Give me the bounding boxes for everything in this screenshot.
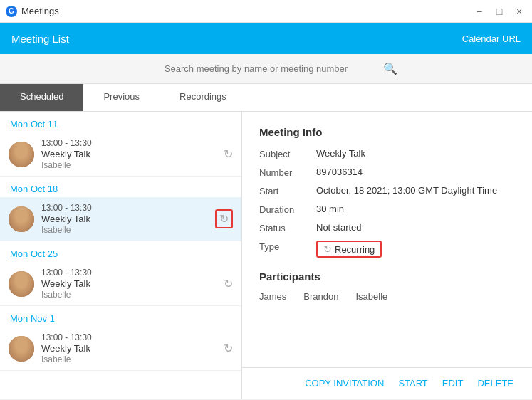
recurring-icon-highlighted: ↻ (215, 209, 233, 228)
action-bar: COPY INVITATION START EDIT DELETE (242, 367, 532, 399)
tab-recordings[interactable]: Recordings (160, 84, 246, 111)
title-bar-controls: − □ × (472, 4, 526, 19)
tab-previous[interactable]: Previous (83, 84, 160, 111)
recurring-icon: ↻ (224, 277, 233, 290)
avatar (9, 142, 34, 167)
meeting-list-title: Meeting List (11, 33, 69, 45)
label-status: Status (259, 222, 316, 233)
meeting-time: 13:00 - 13:30 (41, 268, 233, 278)
meeting-info: 13:00 - 13:30 Weekly Talk Isabelle (41, 138, 233, 170)
delete-button[interactable]: DELETE (476, 375, 515, 391)
meeting-host: Isabelle (41, 290, 233, 300)
meeting-item[interactable]: 13:00 - 13:30 Weekly Talk Isabelle ↻ (0, 327, 241, 371)
detail-row-start: Start October, 18 2021; 13:00 GMT Daylig… (259, 185, 515, 196)
label-start: Start (259, 185, 316, 196)
participants-title: Participants (259, 270, 515, 283)
edit-button[interactable]: EDIT (441, 375, 465, 391)
label-number: Number (259, 167, 316, 178)
date-header-oct11: Mon Oct 11 (0, 112, 241, 132)
value-duration: 30 min (316, 204, 515, 214)
meeting-item[interactable]: 13:00 - 13:30 Weekly Talk Isabelle ↻ (0, 132, 241, 177)
calendar-url-link[interactable]: Calendar URL (462, 33, 521, 44)
participants-section: Participants James Brandon Isabelle (259, 270, 515, 302)
meeting-item[interactable]: 13:00 - 13:30 Weekly Talk Isabelle ↻ (0, 262, 241, 306)
participants-list: James Brandon Isabelle (259, 291, 515, 302)
participant-james: James (259, 291, 286, 302)
meeting-name: Weekly Talk (41, 278, 233, 289)
meeting-host: Isabelle (41, 160, 233, 170)
meeting-name: Weekly Talk (41, 214, 233, 224)
meeting-time: 13:00 - 13:30 (41, 332, 233, 342)
recurring-icon: ↻ (224, 342, 233, 355)
label-duration: Duration (259, 204, 316, 215)
meeting-info: 13:00 - 13:30 Weekly Talk Isabelle (41, 268, 233, 300)
main-content: Mon Oct 11 13:00 - 13:30 Weekly Talk Isa… (0, 112, 532, 399)
avatar (9, 336, 34, 362)
detail-row-number: Number 897036314 (259, 167, 515, 178)
meeting-list: Mon Oct 11 13:00 - 13:30 Weekly Talk Isa… (0, 112, 242, 399)
label-type: Type (259, 241, 316, 252)
meeting-item-selected[interactable]: 13:00 - 13:30 Weekly Talk Isabelle ↻ (0, 197, 241, 241)
maximize-button[interactable]: □ (492, 4, 506, 19)
search-bar: 🔍 (0, 54, 532, 84)
detail-row-status: Status Not started (259, 222, 515, 233)
recurring-type-badge: ↻ Recurring (316, 241, 382, 258)
date-header-nov1: Mon Nov 1 (0, 306, 241, 327)
recurring-icon: ↻ (224, 147, 233, 161)
search-icon: 🔍 (383, 62, 397, 75)
recurring-badge-label: Recurring (335, 244, 375, 255)
app-header: Meeting List Calendar URL (0, 23, 532, 54)
detail-row-subject: Subject Weekly Talk (259, 148, 515, 159)
value-start: October, 18 2021; 13:00 GMT Daylight Tim… (316, 185, 515, 196)
meeting-time: 13:00 - 13:30 (41, 138, 233, 148)
meeting-info: 13:00 - 13:30 Weekly Talk Isabelle (41, 332, 233, 364)
app-title: Meetings (21, 6, 59, 16)
close-button[interactable]: × (512, 4, 526, 19)
meeting-name: Weekly Talk (41, 149, 233, 159)
detail-wrapper: Meeting Info Subject Weekly Talk Number … (242, 112, 532, 399)
detail-row-duration: Duration 30 min (259, 204, 515, 215)
search-input[interactable] (135, 63, 377, 74)
tab-scheduled[interactable]: Scheduled (0, 84, 83, 111)
avatar (9, 271, 34, 297)
date-header-oct25: Mon Oct 25 (0, 241, 241, 262)
recurring-badge-icon: ↻ (323, 243, 332, 255)
meeting-detail-panel: Meeting Info Subject Weekly Talk Number … (242, 112, 532, 399)
participant-brandon: Brandon (303, 291, 338, 302)
app-logo: G (6, 6, 17, 17)
detail-row-type: Type ↻ Recurring (259, 241, 515, 258)
value-type: ↻ Recurring (316, 241, 515, 258)
value-status: Not started (316, 222, 515, 233)
tabs-bar: Scheduled Previous Recordings (0, 84, 532, 112)
meeting-host: Isabelle (41, 354, 233, 364)
meeting-name: Weekly Talk (41, 343, 233, 354)
copy-invitation-button[interactable]: COPY INVITATION (303, 375, 385, 391)
date-header-oct18: Mon Oct 18 (0, 177, 241, 197)
value-subject: Weekly Talk (316, 148, 515, 159)
avatar (9, 206, 34, 232)
start-button[interactable]: START (397, 375, 429, 391)
minimize-button[interactable]: − (472, 4, 486, 19)
label-subject: Subject (259, 148, 316, 159)
participant-isabelle: Isabelle (355, 291, 387, 302)
value-number: 897036314 (316, 167, 515, 177)
title-bar-left: G Meetings (6, 6, 59, 17)
meeting-info: 13:00 - 13:30 Weekly Talk Isabelle (41, 203, 233, 235)
title-bar: G Meetings − □ × (0, 0, 532, 23)
meeting-host: Isabelle (41, 225, 233, 235)
meeting-time: 13:00 - 13:30 (41, 203, 233, 213)
meeting-info-title: Meeting Info (259, 126, 515, 138)
